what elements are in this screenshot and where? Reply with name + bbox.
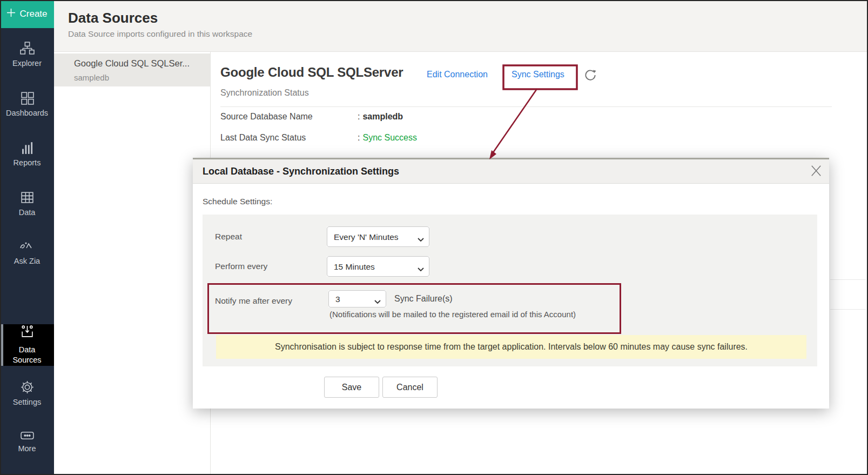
sync-warning-banner: Synchronisation is subject to response t… bbox=[216, 335, 806, 359]
section-divider bbox=[220, 106, 832, 107]
data-source-list-item[interactable]: Google Cloud SQL SQLSer... sampledb bbox=[54, 53, 211, 86]
sidebar-item-data[interactable]: Data bbox=[0, 190, 54, 217]
sidebar-item-dashboards[interactable]: Dashboards bbox=[0, 91, 54, 117]
sidebar-item-explorer[interactable]: Explorer bbox=[0, 41, 54, 68]
settings-gear-icon bbox=[20, 380, 35, 394]
page-header: Data Sources Data Source imports configu… bbox=[54, 0, 868, 52]
list-item-title: Google Cloud SQL SQLSer... bbox=[74, 58, 190, 69]
data-table-icon bbox=[20, 190, 35, 205]
app-window: Create Explorer Dashboards bbox=[0, 0, 868, 475]
repeat-label: Repeat bbox=[215, 232, 242, 242]
notify-label: Notify me after every bbox=[215, 296, 292, 306]
background-row-divider bbox=[830, 309, 866, 310]
field-separator: : bbox=[358, 112, 360, 121]
save-button[interactable]: Save bbox=[324, 377, 379, 398]
field-separator: : bbox=[358, 133, 360, 142]
field-value: sampledb bbox=[362, 112, 403, 121]
schedule-settings-heading: Schedule Settings: bbox=[203, 197, 272, 206]
data-sources-icon bbox=[20, 324, 35, 342]
dialog-header: Local Database - Synchronization Setting… bbox=[193, 159, 829, 184]
create-button[interactable]: Create bbox=[0, 0, 54, 28]
repeat-select[interactable]: Every 'N' Minutes bbox=[327, 226, 429, 247]
sync-failures-suffix: Sync Failure(s) bbox=[394, 294, 453, 304]
annotation-arrow-line bbox=[493, 90, 536, 152]
sidebar-item-more[interactable]: More bbox=[0, 430, 54, 453]
background-row-divider bbox=[830, 279, 866, 280]
field-label: Last Data Sync Status bbox=[220, 133, 306, 142]
sidebar-item-settings[interactable]: Settings bbox=[0, 380, 54, 406]
notify-note: (Notifications will be mailed to the reg… bbox=[329, 310, 576, 319]
cancel-button[interactable]: Cancel bbox=[382, 377, 438, 398]
dashboards-icon bbox=[20, 91, 35, 105]
create-label: Create bbox=[19, 9, 47, 19]
explorer-icon bbox=[20, 41, 35, 56]
page-title: Data Sources bbox=[68, 10, 158, 26]
sync-success-status: Sync Success bbox=[362, 133, 416, 142]
close-icon[interactable] bbox=[809, 163, 824, 178]
sidebar-item-ask-zia[interactable]: Ask Zia bbox=[0, 239, 54, 265]
ask-zia-icon bbox=[19, 239, 35, 253]
plus-icon bbox=[6, 8, 16, 20]
reports-icon bbox=[20, 141, 35, 155]
notify-count-select[interactable]: 3 bbox=[328, 290, 386, 307]
edit-connection-link[interactable]: Edit Connection bbox=[427, 70, 488, 79]
more-ellipsis-icon bbox=[20, 430, 35, 441]
field-source-database-name: Source Database Name :sampledb bbox=[220, 112, 313, 122]
field-label: Source Database Name bbox=[220, 112, 313, 121]
sync-settings-link[interactable]: Sync Settings bbox=[512, 70, 564, 79]
sidebar-item-reports[interactable]: Reports bbox=[0, 141, 54, 167]
refresh-icon[interactable] bbox=[583, 68, 597, 82]
sync-settings-dialog: Local Database - Synchronization Setting… bbox=[193, 158, 829, 409]
perform-every-label: Perform every bbox=[215, 262, 267, 271]
sidebar: Create Explorer Dashboards bbox=[0, 0, 54, 475]
dialog-title: Local Database - Synchronization Setting… bbox=[203, 159, 399, 184]
sync-status-heading: Synchronization Status bbox=[220, 88, 309, 98]
page-subtitle: Data Source imports configured in this w… bbox=[68, 29, 252, 39]
sidebar-item-data-sources[interactable]: Data Sources bbox=[0, 324, 54, 366]
field-last-sync-status: Last Data Sync Status :Sync Success bbox=[220, 133, 306, 143]
perform-every-select[interactable]: 15 Minutes bbox=[327, 256, 429, 277]
connection-title: Google Cloud SQL SQLServer bbox=[220, 65, 403, 80]
list-item-subtitle: sampledb bbox=[74, 73, 109, 82]
